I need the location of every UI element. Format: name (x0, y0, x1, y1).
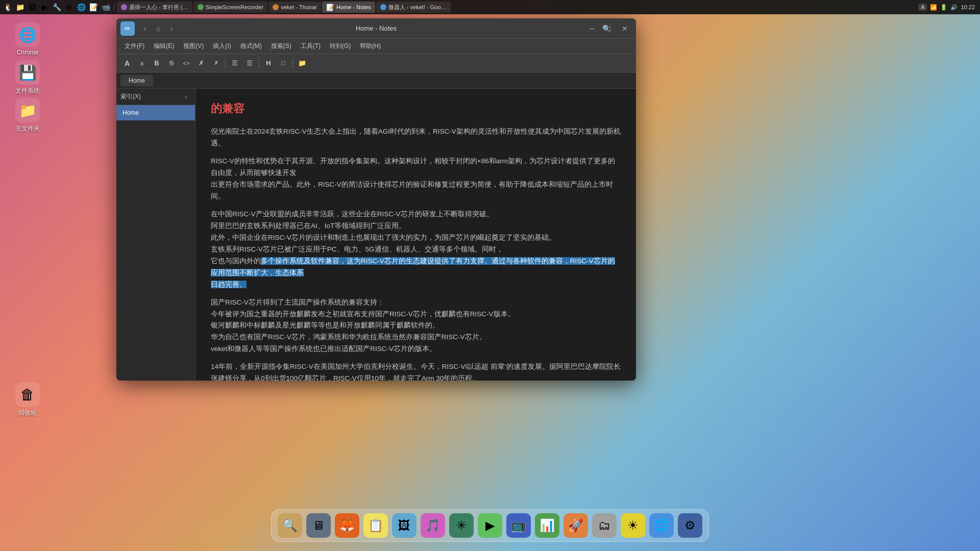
dock-item-player[interactable]: ▶ (477, 512, 503, 539)
dock-item-capture[interactable]: 📺 (505, 512, 532, 539)
para-line-3-3: 此外，中国企业在RISC-V芯片的设计和制造上也展现出了强大的实力，为国产芯片的… (211, 232, 621, 244)
window-title: Home - Notes (356, 24, 397, 32)
taskbar-right: A 📶 🔋 🔊 10:22 (918, 4, 978, 11)
taskbar-app-veket[interactable]: 🐧 (2, 2, 13, 13)
nav-back-button[interactable]: ‹ (139, 22, 151, 35)
taskbar-window-thunar[interactable]: veket - Thunar (268, 2, 321, 13)
close-button[interactable]: ✕ (618, 22, 632, 35)
menu-format[interactable]: 格式(M) (236, 41, 266, 52)
settings-icon: ⚙ (678, 513, 702, 538)
editor-paragraph-3: 在中国RISC-V产业联盟的成员非常活跃，这些企业在RISC-V芯片的研发上不断… (211, 209, 621, 291)
files-dock-icon: 🗂 (592, 513, 617, 538)
window-label: SimpleScreenRecorder (206, 4, 264, 10)
taskbar-app-5[interactable]: 🔧 (51, 2, 62, 13)
desktop-icon-chrome[interactable]: 🌐 Chrome (7, 22, 48, 56)
dock-item-notes[interactable]: 📋 (362, 512, 389, 539)
notes-content-area: 索引(X) › Home 的兼容 倪光南院士在2024玄铁RISC-V生态大会上… (116, 89, 636, 381)
window-label: Home - Notes (336, 4, 371, 10)
dock-item-files[interactable]: 🗂 (591, 512, 618, 539)
minimize-button[interactable]: ─ (585, 22, 599, 35)
window-controls: ─ □ ✕ (585, 22, 632, 35)
desktop-icon-home[interactable]: 📁 主文件夹 (7, 98, 48, 133)
keyboard-indicator[interactable]: A (918, 4, 927, 11)
para-line-4-4: 华为自己也有国产RISC-V芯片，鸿蒙系统和华为欧拉系统当然亦兼容国产RISC-… (211, 332, 621, 343)
selected-text: 多个操作系统及软件兼容，这为RISC-V芯片的生态建设提供了有力支撑。通过与各种… (211, 257, 615, 277)
dock-item-app-finder[interactable]: 🔍 (277, 512, 303, 539)
toolbar-list2[interactable]: ☰ (243, 57, 256, 70)
taskbar-window-recorder[interactable]: SimpleScreenRecorder (193, 2, 268, 13)
notes-editor[interactable]: 的兼容 倪光南院士在2024玄铁RISC-V生态大会上指出，随着AGI时代的到来… (195, 89, 636, 381)
menu-view[interactable]: 视图(V) (179, 41, 208, 52)
notes-toolbar: A a B S <> ✗ ✗ ☰ ☰ H □ 📁 (116, 54, 636, 72)
toolbar-clear2[interactable]: ✗ (209, 57, 223, 70)
sidebar-item-home[interactable]: Home (116, 105, 195, 120)
window-label: 愿得一人心 - 李行亮 (… (129, 4, 188, 11)
taskbar-window-music[interactable]: 愿得一人心 - 李行亮 (… (117, 2, 192, 13)
dock-item-network[interactable]: ✳ (448, 512, 475, 539)
window-dot (121, 4, 127, 10)
toolbar-bold-b[interactable]: B (150, 57, 163, 70)
editor-paragraph-4: 国产RISC-V芯片得到了主流国产操作系统的兼容支持： 今年被评为国之重器的开放… (211, 297, 621, 356)
menu-edit[interactable]: 编辑(E) (150, 41, 178, 52)
para-line-4-5: veket和微器人等等国产操作系统也已推出适配国产RISC-V芯片的版本。 (211, 343, 621, 355)
window-dot (198, 4, 204, 10)
toolbar-attach[interactable]: 📁 (296, 57, 309, 70)
dock-item-brightness[interactable]: ☀ (620, 512, 646, 539)
toolbar-bold[interactable]: A (120, 57, 134, 70)
monitor-icon: 🖥 (306, 513, 331, 538)
dock: 🔍 🖥 🦊 📋 🖼 🎵 ✳ ▶ 📺 📊 🚀 🗂 ☀ 🌐 ⚙ (271, 509, 709, 542)
taskbar-window-browser[interactable]: 微器人 - veket! - Goo… (376, 2, 451, 13)
taskbar-app-7[interactable]: 🌐 (76, 2, 87, 13)
edit-button[interactable]: ✏ (120, 21, 135, 36)
taskbar-app-files[interactable]: 📁 (14, 2, 26, 13)
menu-tools[interactable]: 工具(T) (297, 41, 325, 52)
taskbar-app-8[interactable]: 📝 (88, 2, 99, 13)
toolbar-list1[interactable]: ☰ (228, 57, 241, 70)
notes-icon: 📝 (326, 4, 334, 11)
tab-home[interactable]: Home (120, 75, 153, 86)
dock-item-monitor[interactable]: 🖥 (305, 512, 332, 539)
menu-search[interactable]: 搜索(S) (267, 41, 296, 52)
dock-item-launcher[interactable]: 🚀 (562, 512, 589, 539)
toolbar-checkbox[interactable]: □ (277, 57, 290, 70)
menu-goto[interactable]: 转到(G) (326, 41, 355, 52)
sidebar-header: 索引(X) › (116, 89, 195, 105)
desktop-icon-trash[interactable]: 🗑 回收站 (7, 382, 48, 417)
dock-item-music[interactable]: 🎵 (420, 512, 446, 539)
taskbar-separator (114, 3, 114, 12)
menu-help[interactable]: 帮助(H) (356, 41, 385, 52)
home-folder-icon: 📁 (15, 98, 40, 122)
selected-text-2: 日趋完善。 (211, 281, 247, 288)
toolbar-heading[interactable]: H (262, 57, 275, 70)
toolbar-small-a[interactable]: a (135, 57, 149, 70)
sound-icon: 🔊 (950, 4, 958, 11)
menu-file[interactable]: 文件(F) (120, 41, 149, 52)
taskbar-app-6[interactable]: ⚙ (63, 2, 75, 13)
capture-icon: 📺 (506, 513, 531, 538)
taskbar-app-4[interactable]: ▶ (39, 2, 50, 13)
music-icon: 🎵 (421, 513, 445, 538)
toolbar-clear1[interactable]: ✗ (194, 57, 208, 70)
dock-item-chrome[interactable]: 🌐 (648, 512, 675, 539)
desktop-icon-files[interactable]: 💾 文件系统 (7, 60, 48, 95)
taskbar-app-3[interactable]: 🖼 (27, 2, 38, 13)
notes-window: ✏ ‹ ⌂ › Home - Notes 🔍 ─ □ ✕ 文件(F) 编辑(E)… (116, 18, 636, 381)
maximize-button[interactable]: □ (601, 22, 616, 35)
dock-item-firefox[interactable]: 🦊 (334, 512, 360, 539)
nav-forward-button[interactable]: › (165, 22, 178, 35)
dock-item-images[interactable]: 🖼 (391, 512, 418, 539)
menu-insert[interactable]: 插入(I) (209, 41, 235, 52)
editor-paragraph-5: 14年前，全新开源指令集RISC-V在美国加州大学伯克利分校诞生。今天，RISC… (211, 361, 621, 381)
network-icon: ✳ (449, 513, 474, 538)
taskbar-app-9[interactable]: 📹 (100, 2, 111, 13)
player-icon: ▶ (478, 513, 502, 538)
toolbar-strikethrough[interactable]: S (165, 57, 178, 70)
app-finder-icon: 🔍 (278, 513, 302, 538)
nav-home-button[interactable]: ⌂ (152, 22, 164, 35)
dock-item-settings[interactable]: ⚙ (677, 512, 703, 539)
para-text: 倪光南院士在2024玄铁RISC-V生态大会上指出，随着AGI时代的到来，RIS… (211, 128, 621, 147)
sidebar-toggle-button[interactable]: › (181, 92, 191, 102)
dock-item-calculator[interactable]: 📊 (534, 512, 560, 539)
toolbar-code[interactable]: <> (180, 57, 193, 70)
taskbar-window-notes[interactable]: 📝 Home - Notes (322, 2, 375, 13)
